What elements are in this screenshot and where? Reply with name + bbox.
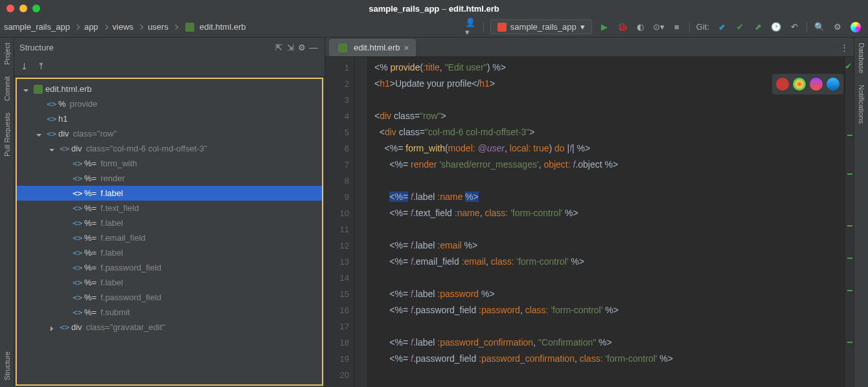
editor-tab-label: edit.html.erb — [354, 43, 400, 52]
edge-icon[interactable] — [827, 78, 839, 91]
tree-node[interactable]: <>%=f.label — [17, 186, 322, 201]
breadcrumb-item[interactable]: app — [84, 22, 98, 32]
panel-expand-icon[interactable]: ⇱ — [273, 41, 284, 53]
fold-gutter[interactable] — [355, 57, 368, 387]
error-stripe[interactable]: ✔ — [845, 57, 854, 387]
panel-title: Structure — [19, 43, 273, 52]
rubymine-logo-icon[interactable] — [850, 21, 862, 33]
window-title-bar: sample_rails_app – edit.html.erb — [0, 0, 868, 17]
update-icon[interactable]: ⬋ — [716, 21, 727, 33]
structure-panel: Structure ⇱ ⇲ ⚙ — ⤓ ⤒ edit.html.erb<>%pr… — [14, 38, 325, 387]
tree-node[interactable]: edit.html.erb — [17, 82, 322, 96]
breadcrumb-item[interactable]: views — [113, 22, 134, 32]
rubymine-icon[interactable] — [776, 78, 789, 91]
git-label: Git: — [696, 22, 709, 32]
tab-pull-requests[interactable]: Pull Requests — [3, 110, 11, 159]
panel-settings-icon[interactable]: ⚙ — [296, 41, 308, 53]
right-tool-strip: Database Notifications — [854, 38, 868, 387]
tree-node[interactable]: <>%=f.label — [17, 245, 322, 260]
tree-node[interactable]: <>%=f.email_field — [17, 230, 322, 245]
stop-icon[interactable]: ■ — [671, 21, 683, 33]
debug-icon[interactable]: 🐞 — [617, 21, 628, 33]
coverage-icon[interactable]: ◐ — [635, 21, 646, 33]
line-gutter: 1234567891011121314151617181920 — [325, 57, 355, 387]
search-icon[interactable]: 🔍 — [814, 21, 825, 33]
left-tool-strip: Project Commit Pull Requests Structure — [0, 38, 14, 387]
history-icon[interactable]: 🕑 — [770, 21, 782, 33]
editor-more-icon[interactable]: ⋮ — [838, 41, 850, 53]
close-tab-icon[interactable]: × — [404, 45, 409, 51]
tree-node[interactable]: <>%=f.password_field — [17, 290, 322, 305]
tree-node[interactable]: <>%=f.submit — [17, 305, 322, 320]
autoscroll-to-icon[interactable]: ⤓ — [18, 61, 30, 72]
tree-node[interactable]: <>%=f.label — [17, 275, 322, 290]
tree-node[interactable]: <>%=f.label — [17, 216, 322, 230]
breadcrumb-item[interactable]: edit.html.erb — [200, 22, 246, 32]
tab-database[interactable]: Database — [858, 40, 865, 76]
breadcrumb-item[interactable]: users — [148, 22, 168, 32]
tree-node[interactable]: <>divclass="row" — [17, 126, 322, 141]
tree-node[interactable]: <>%=f.text_field — [17, 201, 322, 216]
tree-node[interactable]: <>h1 — [17, 111, 322, 126]
tree-node[interactable]: <>%provide — [17, 96, 322, 111]
browser-preview-bar — [772, 74, 843, 94]
push-icon[interactable]: ⬈ — [752, 21, 764, 33]
firefox-icon[interactable] — [810, 78, 823, 91]
autoscroll-from-icon[interactable]: ⤒ — [35, 61, 47, 72]
window-max-icon[interactable] — [32, 5, 40, 12]
run-icon[interactable]: ▶ — [599, 21, 610, 33]
run-config-selector[interactable]: sample_rails_app▾ — [490, 19, 592, 34]
main-toolbar: sample_rails_appappviewsusersedit.html.e… — [0, 17, 868, 38]
tab-notifications[interactable]: Notifications — [858, 82, 865, 126]
window-close-icon[interactable] — [6, 5, 14, 12]
profiler-icon[interactable]: ⊙▾ — [653, 21, 665, 33]
editor-tab[interactable]: edit.html.erb × — [329, 39, 416, 56]
tree-node[interactable]: <>divclass="col-md-6 col-md-offset-3" — [17, 141, 322, 156]
tree-node[interactable]: <>%=render — [17, 171, 322, 186]
chrome-icon[interactable] — [793, 78, 806, 91]
window-min-icon[interactable] — [19, 5, 27, 12]
tab-commit[interactable]: Commit — [3, 74, 11, 104]
tree-node[interactable]: <>divclass="gravatar_edit" — [17, 320, 322, 335]
panel-hide-icon[interactable]: — — [308, 41, 319, 53]
editor-area: edit.html.erb × ⋮ 1234567891011121314151… — [325, 38, 854, 387]
tree-node[interactable]: <>%=f.password_field — [17, 260, 322, 275]
breadcrumb: sample_rails_appappviewsusersedit.html.e… — [0, 22, 465, 32]
tab-project[interactable]: Project — [3, 40, 11, 67]
erb-file-icon — [338, 43, 347, 52]
panel-collapse-icon[interactable]: ⇲ — [284, 41, 296, 53]
window-title: sample_rails_app – edit.html.erb — [369, 4, 499, 14]
settings-icon[interactable]: ⚙ — [832, 21, 843, 33]
tab-structure[interactable]: Structure — [3, 349, 11, 383]
code-editor[interactable]: <% provide(:title, "Edit user") %><h1>Up… — [368, 57, 845, 387]
tree-node[interactable]: <>%=form_with — [17, 156, 322, 171]
commit-icon[interactable]: ✔ — [734, 21, 746, 33]
inspection-ok-icon: ✔ — [845, 61, 852, 71]
revert-icon[interactable]: ↶ — [788, 21, 800, 33]
breadcrumb-item[interactable]: sample_rails_app — [4, 22, 70, 32]
add-user-icon[interactable]: 👤▾ — [465, 21, 477, 33]
structure-tree[interactable]: edit.html.erb<>%provide<>h1<>divclass="r… — [16, 78, 323, 386]
